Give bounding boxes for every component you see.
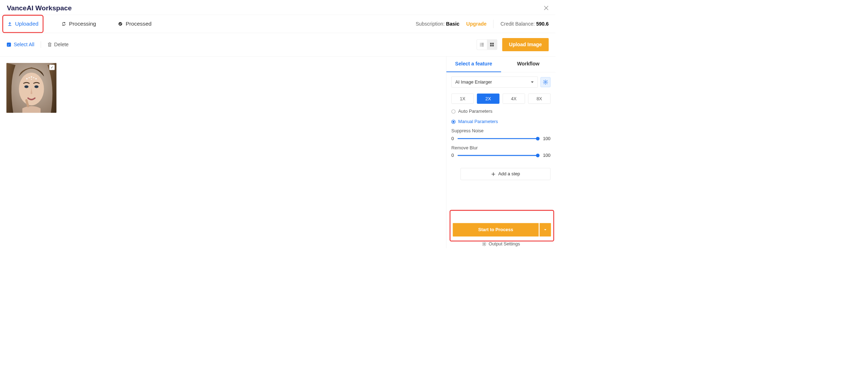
svg-point-15	[26, 78, 28, 80]
image-gallery: ✓	[0, 57, 446, 249]
slider-knob[interactable]	[536, 137, 539, 140]
svg-rect-10	[492, 45, 493, 46]
svg-point-0	[119, 22, 122, 26]
divider	[493, 20, 494, 28]
refresh-icon	[61, 21, 66, 26]
auto-parameters-label: Auto Parameters	[458, 109, 492, 114]
balance-value: 590.6	[536, 21, 549, 27]
tab-label: Uploaded	[15, 21, 38, 27]
suppress-noise-label: Suppress Noise	[451, 128, 550, 134]
output-settings-button[interactable]: Output Settings	[446, 239, 556, 248]
slider-min: 0	[451, 153, 454, 158]
tab-workflow[interactable]: Workflow	[501, 57, 555, 72]
slider-knob[interactable]	[536, 154, 539, 157]
svg-rect-8	[492, 43, 493, 44]
remove-blur-label: Remove Blur	[451, 145, 550, 150]
scale-4x[interactable]: 4X	[503, 94, 525, 104]
svg-point-14	[35, 85, 39, 88]
radio-icon	[451, 110, 456, 114]
upload-icon	[7, 21, 12, 26]
select-all[interactable]: ✓ Select All	[7, 42, 34, 48]
radio-icon	[451, 119, 456, 124]
delete-button[interactable]: Delete	[47, 42, 69, 48]
auto-parameters-radio[interactable]: Auto Parameters	[451, 109, 550, 114]
svg-point-5	[480, 46, 481, 46]
tab-processing[interactable]: Processing	[57, 16, 100, 32]
svg-point-21	[545, 81, 546, 83]
manual-parameters-label: Manual Parameters	[458, 119, 498, 124]
add-step-button[interactable]: Add a step	[460, 168, 550, 180]
process-dropdown[interactable]	[540, 223, 551, 236]
svg-point-20	[31, 79, 32, 80]
list-icon	[479, 42, 484, 47]
svg-rect-6	[481, 46, 484, 46]
upload-image-button[interactable]: Upload Image	[502, 38, 549, 51]
slider-min: 0	[451, 136, 454, 141]
svg-point-3	[480, 44, 481, 45]
checkbox-icon: ✓	[7, 43, 11, 47]
tab-uploaded[interactable]: Uploaded	[2, 15, 43, 33]
tab-select-feature[interactable]: Select a feature	[446, 57, 501, 72]
check-circle-icon	[118, 21, 123, 26]
svg-point-17	[31, 76, 32, 78]
svg-point-22	[483, 243, 485, 244]
page-title: VanceAI Workspace	[7, 4, 72, 12]
settings-button[interactable]	[540, 77, 550, 87]
gear-icon	[482, 241, 486, 246]
scale-8x[interactable]: 8X	[528, 94, 550, 104]
remove-blur-slider[interactable]	[457, 155, 539, 156]
svg-rect-9	[490, 45, 491, 46]
caret-down-icon	[544, 229, 547, 231]
svg-point-16	[28, 77, 30, 78]
slider-max: 100	[543, 153, 550, 158]
scale-2x[interactable]: 2X	[477, 94, 500, 104]
grid-icon	[490, 42, 495, 47]
grid-view-button[interactable]	[487, 39, 497, 49]
gear-icon	[543, 79, 548, 85]
thumbnail-checkbox[interactable]: ✓	[49, 65, 54, 70]
image-thumbnail[interactable]: ✓	[6, 63, 57, 113]
svg-point-19	[35, 78, 37, 80]
tab-label: Processed	[126, 21, 152, 27]
svg-rect-7	[490, 43, 491, 44]
scale-1x[interactable]: 1X	[451, 94, 474, 104]
upgrade-link[interactable]: Upgrade	[466, 21, 487, 27]
divider	[41, 41, 41, 48]
trash-icon	[47, 42, 52, 47]
balance-label: Credit Balance:	[501, 21, 535, 27]
svg-point-1	[480, 43, 481, 44]
view-toggle	[477, 39, 497, 50]
slider-max: 100	[543, 136, 550, 141]
tab-processed[interactable]: Processed	[114, 16, 156, 32]
start-process-button[interactable]: Start to Process	[453, 223, 539, 236]
list-view-button[interactable]	[477, 39, 487, 49]
plus-icon	[491, 172, 496, 176]
svg-rect-4	[481, 44, 484, 45]
subscription-label: Subscription:	[415, 21, 444, 27]
output-settings-label: Output Settings	[489, 241, 520, 246]
feature-selected-label: AI Image Enlarger	[455, 79, 492, 85]
subscription-plan: Basic	[446, 21, 460, 27]
select-all-label: Select All	[14, 42, 34, 48]
tab-label: Processing	[69, 21, 96, 27]
caret-down-icon	[531, 81, 534, 83]
svg-point-18	[33, 77, 34, 78]
process-area: Start to Process	[450, 210, 554, 241]
close-icon[interactable]	[544, 5, 549, 10]
svg-rect-2	[481, 43, 484, 43]
suppress-noise-slider[interactable]	[457, 138, 539, 139]
add-step-label: Add a step	[498, 171, 520, 177]
delete-label: Delete	[54, 42, 69, 48]
feature-select[interactable]: AI Image Enlarger	[451, 76, 538, 87]
manual-parameters-radio[interactable]: Manual Parameters	[451, 119, 550, 124]
svg-point-13	[24, 85, 28, 88]
